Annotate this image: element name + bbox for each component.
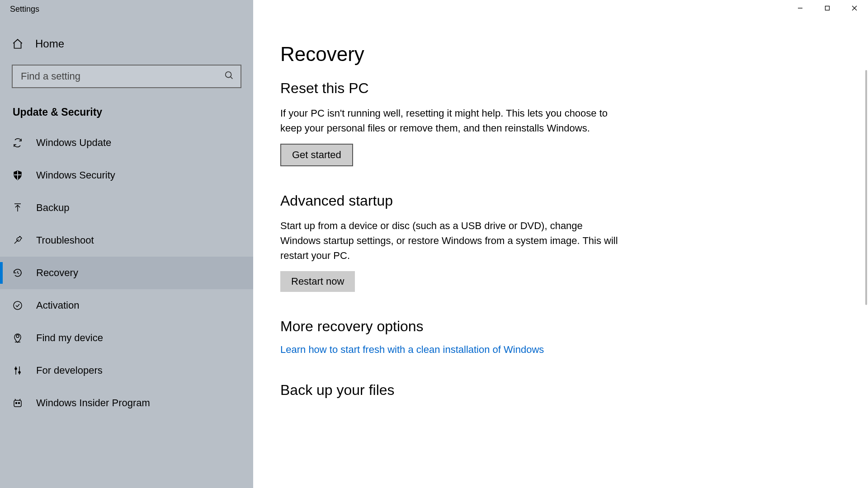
sidebar-item-for-developers[interactable]: For developers bbox=[0, 354, 253, 387]
home-label: Home bbox=[35, 38, 64, 50]
advanced-startup-heading: Advanced startup bbox=[280, 192, 850, 209]
sync-icon bbox=[12, 137, 24, 149]
reset-pc-description: If your PC isn't running well, resetting… bbox=[280, 106, 624, 136]
developer-icon bbox=[12, 365, 24, 376]
maximize-button[interactable] bbox=[814, 0, 841, 16]
sidebar-item-troubleshoot[interactable]: Troubleshoot bbox=[0, 224, 253, 257]
sidebar-item-label: Find my device bbox=[36, 332, 103, 344]
search-input[interactable] bbox=[21, 70, 224, 82]
location-icon bbox=[12, 332, 24, 344]
backup-files-section: Back up your files bbox=[280, 382, 850, 399]
sidebar-item-label: Recovery bbox=[36, 267, 78, 279]
get-started-button[interactable]: Get started bbox=[280, 144, 353, 166]
sidebar-item-label: Backup bbox=[36, 202, 69, 214]
sidebar-item-label: Windows Insider Program bbox=[36, 397, 150, 409]
sidebar-item-home[interactable]: Home bbox=[0, 29, 253, 58]
restart-now-button[interactable]: Restart now bbox=[280, 271, 355, 292]
history-icon bbox=[12, 267, 24, 279]
window-title: Settings bbox=[0, 0, 39, 14]
sidebar-item-label: For developers bbox=[36, 365, 103, 376]
reset-pc-heading: Reset this PC bbox=[280, 80, 850, 97]
svg-point-4 bbox=[226, 72, 231, 78]
reset-pc-section: Reset this PC If your PC isn't running w… bbox=[280, 80, 850, 166]
wrench-icon bbox=[12, 235, 24, 246]
advanced-startup-description: Start up from a device or disc (such as … bbox=[280, 218, 624, 263]
sidebar-item-windows-security[interactable]: Windows Security bbox=[0, 159, 253, 192]
sidebar-item-label: Windows Update bbox=[36, 137, 111, 149]
close-button[interactable] bbox=[841, 0, 868, 16]
advanced-startup-section: Advanced startup Start up from a device … bbox=[280, 192, 850, 292]
svg-point-21 bbox=[19, 403, 20, 404]
scrollbar-thumb[interactable] bbox=[865, 70, 867, 305]
svg-point-20 bbox=[16, 403, 17, 404]
sidebar-item-find-my-device[interactable]: Find my device bbox=[0, 322, 253, 354]
sidebar-item-recovery[interactable]: Recovery bbox=[0, 257, 253, 289]
svg-point-12 bbox=[14, 301, 22, 310]
more-recovery-heading: More recovery options bbox=[280, 318, 850, 335]
minimize-button[interactable] bbox=[787, 0, 814, 16]
shield-icon bbox=[12, 169, 24, 181]
window-controls bbox=[787, 0, 868, 16]
page-title: Recovery bbox=[280, 43, 850, 66]
svg-rect-1 bbox=[826, 6, 830, 10]
svg-point-17 bbox=[15, 368, 17, 370]
sidebar-item-windows-insider[interactable]: Windows Insider Program bbox=[0, 387, 253, 419]
backup-files-heading: Back up your files bbox=[280, 382, 850, 399]
svg-point-13 bbox=[16, 335, 19, 338]
search-input-container[interactable] bbox=[12, 65, 241, 88]
sidebar-item-activation[interactable]: Activation bbox=[0, 289, 253, 322]
more-recovery-section: More recovery options Learn how to start… bbox=[280, 318, 850, 356]
svg-point-18 bbox=[19, 371, 20, 373]
svg-rect-19 bbox=[14, 400, 21, 407]
sidebar-item-label: Activation bbox=[36, 300, 79, 311]
search-icon bbox=[224, 70, 234, 82]
clean-install-link[interactable]: Learn how to start fresh with a clean in… bbox=[280, 344, 850, 356]
titlebar: Settings bbox=[0, 0, 868, 20]
svg-line-5 bbox=[231, 77, 233, 79]
content-area: Recovery Reset this PC If your PC isn't … bbox=[253, 20, 868, 488]
sidebar-section-title: Update & Security bbox=[0, 88, 253, 127]
svg-line-11 bbox=[18, 273, 19, 274]
backup-icon bbox=[12, 202, 24, 214]
sidebar-item-label: Windows Security bbox=[36, 169, 115, 181]
sidebar-item-label: Troubleshoot bbox=[36, 235, 94, 246]
sidebar: Home Update & Security Windows Update Wi… bbox=[0, 20, 253, 488]
sidebar-item-backup[interactable]: Backup bbox=[0, 192, 253, 224]
checkmark-circle-icon bbox=[12, 300, 24, 311]
sidebar-item-windows-update[interactable]: Windows Update bbox=[0, 127, 253, 159]
insider-icon bbox=[12, 397, 24, 409]
home-icon bbox=[12, 38, 24, 50]
